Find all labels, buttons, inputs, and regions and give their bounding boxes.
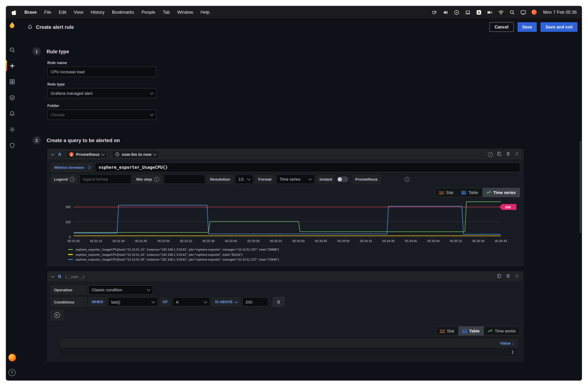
plot-area[interactable] [74, 201, 501, 237]
viz-stat-button[interactable]: 12.4Stat [436, 326, 458, 335]
resolution-label: Resolution [207, 174, 234, 184]
x-axis-tick: 05:31:15 [90, 239, 102, 243]
delete-condition-button[interactable] [273, 297, 284, 307]
save-button[interactable]: Save [517, 22, 537, 32]
time-range-picker[interactable]: now-5m to now [112, 150, 160, 159]
menu-edit[interactable]: Edit [59, 10, 66, 15]
apple-menu-icon[interactable] [11, 9, 17, 15]
table-icon [462, 190, 466, 195]
brave-profile-icon[interactable] [531, 9, 537, 15]
reducer-select[interactable]: last() [108, 297, 158, 306]
rule-name-input[interactable]: CPU increase load [47, 67, 156, 77]
info-icon[interactable]: i [70, 177, 75, 182]
legend-label: vsphere_exporter_UsageCPU{host="10.10.51… [75, 258, 279, 261]
menu-file[interactable]: File [44, 10, 51, 15]
min-step-input[interactable] [164, 174, 205, 184]
info-icon[interactable]: i [405, 177, 410, 182]
instant-toggle[interactable] [337, 176, 348, 182]
menu-tab[interactable]: Tab [163, 10, 170, 15]
chevron-down-icon [247, 177, 251, 181]
menu-bookmarks[interactable]: Bookmarks [112, 10, 134, 15]
menu-history[interactable]: History [91, 10, 105, 15]
sidebar-item-dashboards[interactable] [6, 74, 18, 90]
viz-table-button[interactable]: Table [457, 188, 483, 197]
metrics-browser-button[interactable]: Metrics browser [51, 162, 93, 172]
screen-mirroring-icon[interactable] [520, 9, 526, 15]
chevron-down-icon [101, 152, 105, 156]
datasource-picker[interactable]: Prometheus [65, 150, 108, 159]
menu-help[interactable]: Help [201, 10, 210, 15]
step-2-badge: 2 [33, 136, 41, 144]
menu-brave[interactable]: Brave [24, 10, 37, 15]
legend-label: vsphere_exporter_UsageCPU{host="10.10.51… [75, 248, 279, 251]
legend-item[interactable]: vsphere_exporter_UsageCPU{host="10.10.51… [68, 258, 520, 261]
when-operator[interactable]: WHEN [88, 297, 106, 306]
x-axis-tick: 05:35:30 [472, 239, 484, 243]
folder-select[interactable]: Choose [47, 110, 156, 120]
cancel-button[interactable]: Cancel [489, 22, 514, 32]
x-axis-tick: 05:33:30 [293, 239, 305, 243]
evaluator-select[interactable]: IS ABOVE [212, 297, 241, 306]
coffee-icon[interactable] [432, 9, 438, 15]
chevron-right-icon [86, 165, 90, 169]
sidebar-item-configuration[interactable] [6, 121, 18, 137]
record-icon[interactable] [454, 9, 460, 15]
drag-handle-icon[interactable] [515, 273, 519, 280]
info-icon[interactable]: i [154, 177, 159, 182]
viz-toggle-b: 12.4Stat Table Time series [436, 326, 520, 336]
laptop-icon[interactable] [465, 9, 471, 15]
duplicate-expression-icon[interactable] [497, 273, 502, 280]
format-select[interactable]: Time series [276, 174, 315, 184]
chevron-down-icon [234, 299, 238, 303]
menu-people[interactable]: People [142, 10, 155, 15]
resolution-select[interactable]: 1/1 [235, 174, 253, 184]
delete-expression-icon[interactable] [506, 273, 510, 280]
viz-timeseries-button[interactable]: Time series [482, 188, 520, 197]
add-condition-button[interactable]: + [51, 310, 63, 320]
grafana-logo[interactable] [8, 22, 16, 30]
info-icon[interactable]: i [488, 152, 493, 157]
sidebar-item-search[interactable] [6, 42, 18, 58]
instant-label: Instant [316, 174, 336, 184]
result-table-header[interactable]: Value↓ [61, 339, 518, 348]
x-axis-tick: 05:32:45 [225, 239, 237, 243]
battery-icon[interactable] [487, 9, 493, 15]
sidebar-item-alerting[interactable] [6, 106, 18, 121]
wifi-icon[interactable] [498, 9, 504, 15]
save-and-exit-button[interactable]: Save and exit [541, 22, 577, 32]
rule-type-select[interactable]: Grafana managed alert [47, 88, 156, 98]
drag-handle-icon[interactable] [515, 151, 519, 158]
menu-window[interactable]: Window [177, 10, 193, 15]
chevron-down-icon [153, 152, 157, 156]
sidebar-item-server-admin[interactable] [6, 137, 18, 153]
collapse-icon[interactable] [51, 274, 55, 278]
legend-item[interactable]: vsphere_exporter_UsageCPU{host="10.10.51… [68, 248, 520, 251]
duplicate-query-icon[interactable] [497, 151, 502, 158]
scrollbar-thumb[interactable] [580, 141, 581, 233]
user-avatar[interactable] [8, 354, 16, 362]
viz-stat-button[interactable]: 12.4Stat [435, 188, 457, 197]
spotlight-search-icon[interactable] [509, 9, 515, 15]
threshold-handle[interactable]: 200 [499, 204, 516, 210]
legend-item[interactable]: vsphere_exporter_UsageCPU{host="10.10.51… [68, 253, 520, 256]
min-step-label: Min stepi [133, 174, 162, 184]
viz-timeseries-button[interactable]: Time series [484, 326, 520, 335]
sidebar-item-explore[interactable] [6, 90, 18, 106]
menu-view[interactable]: View [74, 10, 84, 15]
viz-table-button[interactable]: Table [458, 326, 484, 335]
promql-query-input[interactable]: vsphere_exporter_UsageCPU{} [95, 162, 520, 172]
query-ref-select[interactable]: A [173, 297, 210, 306]
volume-icon[interactable] [443, 9, 449, 15]
threshold-input[interactable]: 200 [242, 297, 268, 306]
help-icon[interactable]: ? [8, 369, 16, 376]
input-source-icon[interactable]: A [476, 9, 482, 15]
delete-query-icon[interactable] [506, 151, 510, 158]
legend-color-icon [68, 254, 73, 255]
sidebar-item-create[interactable] [6, 58, 18, 74]
viz-toggle-a: 12.4Stat Table Time series [435, 188, 520, 197]
legend-format-input[interactable]: legend format [80, 174, 131, 184]
operation-select[interactable]: Classic condition [88, 285, 153, 295]
x-axis-tick: 05:35:15 [450, 239, 462, 243]
collapse-icon[interactable] [51, 152, 55, 156]
menubar-clock[interactable]: Mon 7 Feb 05:36 [543, 10, 577, 15]
